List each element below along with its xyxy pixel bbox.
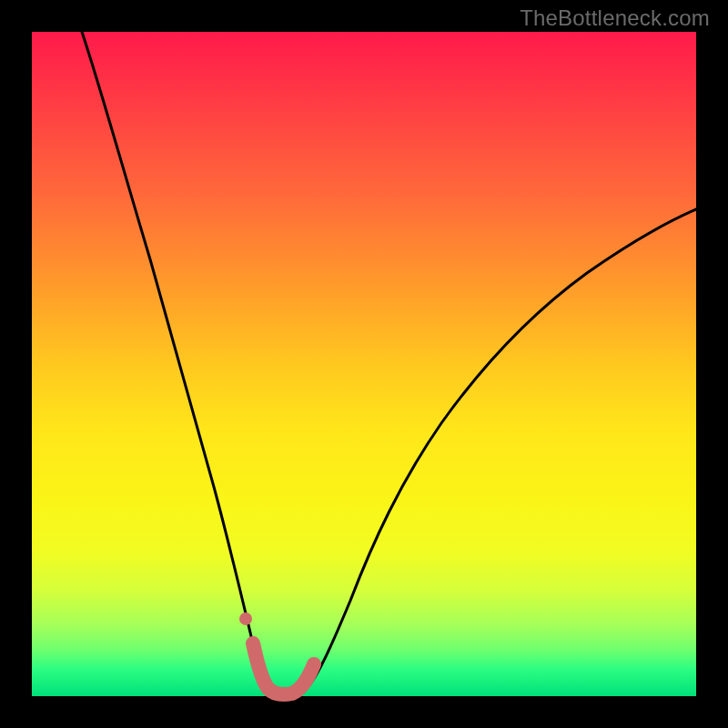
- curve-overlay: [32, 32, 696, 696]
- isolated-dot: [239, 612, 252, 625]
- minimum-highlight: [253, 643, 314, 694]
- chart-container: TheBottleneck.com: [0, 0, 728, 728]
- bottleneck-curve: [82, 32, 696, 695]
- plot-area: [32, 32, 696, 696]
- watermark-text: TheBottleneck.com: [520, 5, 710, 31]
